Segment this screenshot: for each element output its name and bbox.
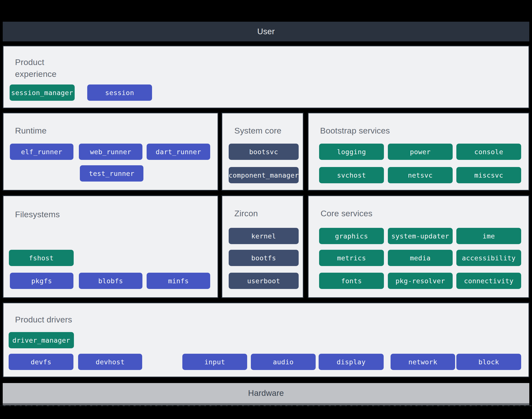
section-title: Filesystems xyxy=(15,208,60,220)
chip-miscsvc: miscsvc xyxy=(456,167,521,183)
chip-display: display xyxy=(319,354,384,370)
chip-pkgfs: pkgfs xyxy=(10,273,73,289)
chip-block: block xyxy=(456,354,521,370)
section-title: Zircon xyxy=(234,207,258,219)
chip-logging: logging xyxy=(319,144,384,160)
chip-console: console xyxy=(456,144,521,160)
section-product-experience: Product experience session_manager sessi… xyxy=(3,46,529,108)
chip-elf-runner: elf_runner xyxy=(10,144,73,160)
user-layer-label: User xyxy=(257,27,275,36)
chip-component-manager: component_manager xyxy=(229,167,299,183)
chip-blobfs: blobfs xyxy=(79,273,142,289)
chip-ime: ime xyxy=(456,228,521,244)
chip-network: network xyxy=(391,354,455,370)
chip-bootfs: bootfs xyxy=(229,250,299,266)
chip-dart-runner: dart_runner xyxy=(147,144,210,160)
section-runtime: Runtime elf_runner web_runner dart_runne… xyxy=(3,113,218,191)
section-title: Product drivers xyxy=(15,314,72,325)
chip-connectivity: connectivity xyxy=(456,273,521,289)
section-core-services: Core services graphics system-updater im… xyxy=(308,195,529,298)
chip-kernel: kernel xyxy=(229,228,299,244)
chip-test-runner: test_runner xyxy=(80,165,143,182)
chip-session: session xyxy=(87,84,152,101)
chip-minfs: minfs xyxy=(147,273,210,289)
section-title: System core xyxy=(234,125,281,136)
chip-power: power xyxy=(388,144,453,160)
chip-devhost: devhost xyxy=(78,354,142,370)
architecture-diagram: User Product experience session_manager … xyxy=(0,0,532,419)
hardware-layer-bar: Hardware xyxy=(3,383,529,405)
chip-metrics: metrics xyxy=(319,250,384,266)
chip-pkg-resolver: pkg-resolver xyxy=(388,273,453,289)
chip-driver-manager: driver_manager xyxy=(9,332,74,348)
hardware-layer-label: Hardware xyxy=(248,388,284,398)
chip-fshost: fshost xyxy=(9,250,74,266)
chip-session-manager: session_manager xyxy=(10,84,75,101)
chip-fonts: fonts xyxy=(319,273,384,289)
chip-accessibility: accessibility xyxy=(456,250,521,266)
chip-media: media xyxy=(388,250,453,266)
chip-graphics: graphics xyxy=(319,228,384,244)
chip-netsvc: netsvc xyxy=(388,167,453,183)
bottom-artifact-line xyxy=(0,405,532,406)
chip-devfs: devfs xyxy=(9,354,73,370)
chip-system-updater: system-updater xyxy=(388,228,453,244)
section-bootstrap-services: Bootstrap services logging power console… xyxy=(308,113,529,191)
section-title: Core services xyxy=(321,207,372,219)
chip-audio: audio xyxy=(251,354,316,370)
section-zircon: Zircon kernel bootfs userboot xyxy=(222,195,304,298)
chip-userboot: userboot xyxy=(229,273,299,289)
chip-web-runner: web_runner xyxy=(79,144,142,160)
section-system-core: System core bootsvc component_manager xyxy=(222,113,304,191)
chip-svchost: svchost xyxy=(319,167,384,183)
chip-input: input xyxy=(182,354,247,370)
user-layer-bar: User xyxy=(3,22,529,41)
section-title: Runtime xyxy=(15,125,47,136)
section-product-drivers: Product drivers driver_manager devfs dev… xyxy=(3,302,529,377)
section-title: Product experience xyxy=(15,56,77,80)
section-filesystems: Filesystems fshost pkgfs blobfs minfs xyxy=(3,195,218,298)
chip-bootsvc: bootsvc xyxy=(229,144,299,160)
section-title: Bootstrap services xyxy=(320,125,390,136)
